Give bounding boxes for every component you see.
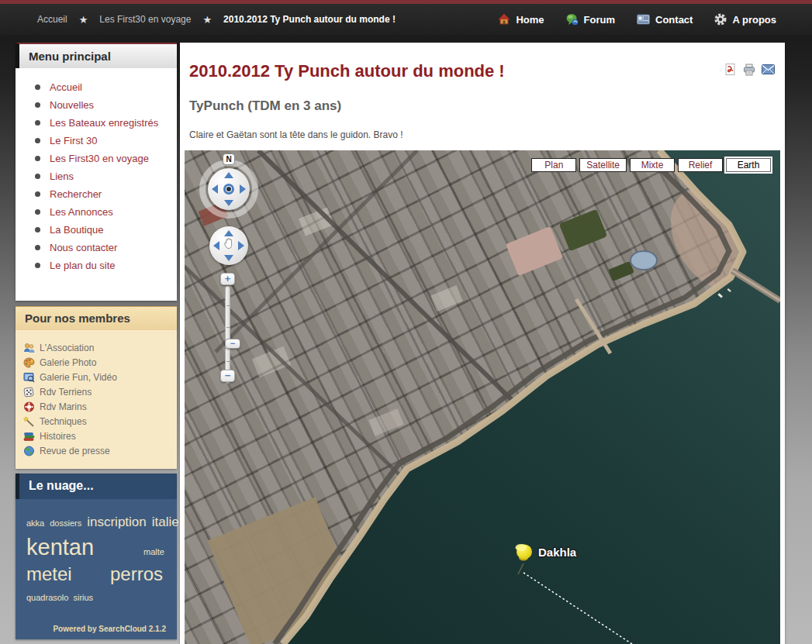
members-title: Pour nos membres <box>16 306 177 330</box>
pan-left-arrow-icon[interactable] <box>213 241 219 250</box>
look-joystick[interactable] <box>208 168 250 210</box>
nav-contact[interactable]: Contact <box>637 14 693 26</box>
tag-sirius[interactable]: sirius <box>73 593 93 602</box>
article-text: Claire et Gaëtan sont la tête dans le gu… <box>185 114 780 140</box>
look-up-arrow-icon[interactable] <box>224 172 233 178</box>
tag-metei[interactable]: metei <box>26 563 72 585</box>
member-item-techniques[interactable]: Techniques <box>22 414 171 429</box>
pan-joystick[interactable] <box>209 226 248 265</box>
main-menu-list: Accueil Nouvelles Les Bateaux enregistré… <box>16 68 177 301</box>
pan-up-arrow-icon[interactable] <box>224 230 233 236</box>
zoom-control: + − − <box>220 273 237 285</box>
tag-cloud-row: akka dossiers inscription italie <box>26 515 168 530</box>
tag-cloud-row: metei perros <box>26 563 168 585</box>
tag-malte[interactable]: malte <box>143 547 164 556</box>
member-label: Techniques <box>40 416 87 427</box>
sidebar-item-annonces[interactable]: Les Annonces <box>16 203 177 221</box>
tag-dossiers[interactable]: dossiers <box>50 518 81 528</box>
member-item-association[interactable]: L'Association <box>22 340 171 355</box>
sidebar-item-boutique[interactable]: La Boutique <box>16 221 177 239</box>
bullet-icon <box>35 209 40 215</box>
sidebar-item-accueil[interactable]: Accueil <box>16 78 177 96</box>
menu-label: Nous contacter <box>50 242 117 253</box>
nav-forum-label: Forum <box>584 14 615 26</box>
tag-kentan[interactable]: kentan <box>26 535 94 560</box>
breadcrumb-item-current: 2010.2012 Ty Punch autour du monde ! <box>223 14 396 25</box>
tag-cloud-title: Le nuage... <box>16 474 177 499</box>
sidebar-item-first30[interactable]: Le First 30 <box>16 132 177 150</box>
print-icon[interactable] <box>743 64 755 79</box>
compass-look-control[interactable]: N <box>199 160 258 219</box>
tag-quadrasolo[interactable]: quadrasolo <box>26 593 68 602</box>
members-box: Pour nos membres L'Association Galerie P… <box>16 306 177 469</box>
pdf-icon[interactable] <box>725 64 737 79</box>
sidebar-item-nouvelles[interactable]: Nouvelles <box>16 96 177 114</box>
tag-inscription[interactable]: inscription <box>87 515 147 530</box>
menu-label: Le plan du site <box>50 260 116 271</box>
member-label: Histoires <box>40 431 76 442</box>
bullet-icon <box>35 245 40 250</box>
map-canvas[interactable]: Dakhla Plan Satellite Mixte Relief Earth… <box>185 150 780 644</box>
zoom-tick <box>226 327 230 328</box>
breadcrumb-item-voyage[interactable]: Les First30 en voyage <box>99 14 191 25</box>
tag-italie[interactable]: italie <box>152 515 179 530</box>
menu-label: Le First 30 <box>50 135 97 146</box>
sidebar-item-liens[interactable]: Liens <box>16 167 177 185</box>
contact-icon <box>637 14 650 25</box>
bullet-icon <box>35 138 40 143</box>
member-item-rdv-marins[interactable]: Rdv Marins <box>22 399 171 414</box>
nav-forum[interactable]: Forum <box>566 13 615 26</box>
gear-icon <box>714 13 727 26</box>
people-icon <box>23 343 35 353</box>
pin-label: Dakhla <box>538 546 577 559</box>
nav-apropos-label: A propos <box>732 14 776 26</box>
eye-icon <box>223 184 234 195</box>
sidebar-item-bateaux[interactable]: Les Bateaux enregistrés <box>16 114 177 132</box>
searchcloud-credit[interactable]: Powered by SearchCloud 2.1.2 <box>26 625 168 633</box>
tag-cloud-row: kentan malte <box>26 535 168 560</box>
member-item-revue-presse[interactable]: Revue de presse <box>22 443 171 458</box>
map-button-earth[interactable]: Earth <box>726 158 771 172</box>
page-title: 2010.2012 Ty Punch autour du monde ! <box>185 43 780 81</box>
wand-icon <box>23 416 35 427</box>
map-button-mixte[interactable]: Mixte <box>630 158 675 172</box>
map-button-satellite[interactable]: Satellite <box>579 158 627 172</box>
breadcrumb-item-home[interactable]: Accueil <box>37 14 67 25</box>
sidebar-item-plan-site[interactable]: Le plan du site <box>16 257 177 274</box>
main-menu-box: Menu principal Accueil Nouvelles Les Bat… <box>16 43 177 301</box>
email-icon[interactable] <box>762 64 775 79</box>
sidebar-item-voyage[interactable]: Les First30 en voyage <box>16 150 177 167</box>
home-icon <box>498 13 510 26</box>
member-item-galerie-fun[interactable]: Galerie Fun, Vidéo <box>22 370 171 384</box>
sidebar-item-rechercher[interactable]: Rechercher <box>16 185 177 203</box>
pan-down-arrow-icon[interactable] <box>224 255 233 261</box>
image-search-icon <box>23 372 35 383</box>
sidebar: Menu principal Accueil Nouvelles Les Bat… <box>16 43 177 639</box>
zoom-out-button[interactable]: − <box>220 370 235 382</box>
member-item-galerie-photo[interactable]: Galerie Photo <box>22 355 171 370</box>
map-button-plan[interactable]: Plan <box>531 158 576 172</box>
look-down-arrow-icon[interactable] <box>224 200 233 206</box>
member-label: Galerie Fun, Vidéo <box>40 372 117 383</box>
map-button-relief[interactable]: Relief <box>678 158 723 172</box>
look-left-arrow-icon[interactable] <box>212 184 218 194</box>
top-navigation: Home Forum Contact A propos <box>498 13 776 26</box>
menu-label: Liens <box>50 170 74 182</box>
member-item-rdv-terriens[interactable]: Rdv Terriens <box>22 384 171 399</box>
menu-label: Les Annonces <box>50 206 113 218</box>
tag-perros[interactable]: perros <box>110 563 163 585</box>
zoom-in-button[interactable]: + <box>220 273 235 285</box>
member-item-histoires[interactable]: Histoires <box>22 429 171 443</box>
sidebar-item-contacter[interactable]: Nous contacter <box>16 239 177 257</box>
forum-icon <box>566 13 579 26</box>
tag-akka[interactable]: akka <box>26 518 44 528</box>
look-right-arrow-icon[interactable] <box>240 184 246 194</box>
zoom-slider-handle[interactable]: − <box>225 339 240 349</box>
main-menu-title: Menu principal <box>16 43 177 68</box>
nav-home[interactable]: Home <box>498 13 544 26</box>
nav-apropos[interactable]: A propos <box>714 13 776 26</box>
north-indicator[interactable]: N <box>223 153 235 165</box>
pan-right-arrow-icon[interactable] <box>238 241 244 250</box>
article-subtitle: TyPunch (TDM en 3 ans) <box>185 81 780 114</box>
hand-icon <box>223 238 234 253</box>
